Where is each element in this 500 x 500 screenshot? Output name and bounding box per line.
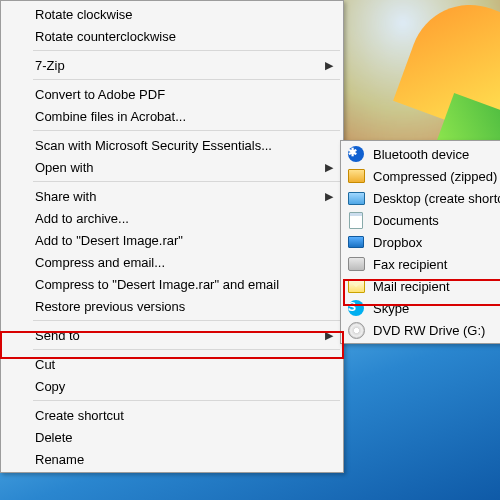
submenu-item-label: Skype <box>373 301 409 316</box>
menu-item-label: Rotate clockwise <box>35 7 133 22</box>
menu-item[interactable]: Cut <box>3 353 341 375</box>
menu-item[interactable]: Add to archive... <box>3 207 341 229</box>
menu-separator <box>33 50 340 51</box>
menu-item[interactable]: Create shortcut <box>3 404 341 426</box>
menu-item-label: Add to archive... <box>35 211 129 226</box>
menu-item[interactable]: Rotate clockwise <box>3 3 341 25</box>
disc-icon <box>347 321 365 339</box>
menu-item-label: Compress and email... <box>35 255 165 270</box>
submenu-arrow-icon: ▶ <box>325 329 333 342</box>
menu-item[interactable]: Compress and email... <box>3 251 341 273</box>
submenu-item[interactable]: ✱Bluetooth device <box>341 143 500 165</box>
submenu-item-label: Compressed (zipped) folder <box>373 169 500 184</box>
menu-item-label: Cut <box>35 357 55 372</box>
submenu-item-label: Documents <box>373 213 439 228</box>
skype-icon: S <box>347 299 365 317</box>
monitor-icon <box>347 189 365 207</box>
bluetooth-icon: ✱ <box>347 145 365 163</box>
menu-item[interactable]: Scan with Microsoft Security Essentials.… <box>3 134 341 156</box>
submenu-item-label: DVD RW Drive (G:) <box>373 323 485 338</box>
menu-item-label: Rotate counterclockwise <box>35 29 176 44</box>
menu-separator <box>33 349 340 350</box>
submenu-item-label: Bluetooth device <box>373 147 469 162</box>
menu-item[interactable]: Delete <box>3 426 341 448</box>
menu-item[interactable]: 7-Zip▶ <box>3 54 341 76</box>
menu-item[interactable]: Share with▶ <box>3 185 341 207</box>
menu-separator <box>33 181 340 182</box>
menu-item-label: Delete <box>35 430 73 445</box>
menu-item-label: Combine files in Acrobat... <box>35 109 186 124</box>
submenu-item[interactable]: Documents <box>341 209 500 231</box>
fax-icon <box>347 255 365 273</box>
mail-icon <box>347 277 365 295</box>
submenu-arrow-icon: ▶ <box>325 59 333 72</box>
menu-item[interactable]: Convert to Adobe PDF <box>3 83 341 105</box>
menu-item[interactable]: Combine files in Acrobat... <box>3 105 341 127</box>
menu-separator <box>33 400 340 401</box>
menu-item[interactable]: Rotate counterclockwise <box>3 25 341 47</box>
submenu-item[interactable]: Compressed (zipped) folder <box>341 165 500 187</box>
submenu-item[interactable]: Mail recipient <box>341 275 500 297</box>
menu-item-label: Share with <box>35 189 96 204</box>
menu-item-label: 7-Zip <box>35 58 65 73</box>
box-icon <box>347 233 365 251</box>
submenu-item-label: Mail recipient <box>373 279 450 294</box>
menu-item[interactable]: Send to▶ <box>3 324 341 346</box>
menu-item-label: Copy <box>35 379 65 394</box>
context-menu[interactable]: Rotate clockwiseRotate counterclockwise7… <box>0 0 344 473</box>
menu-item-label: Compress to "Desert Image.rar" and email <box>35 277 279 292</box>
menu-item[interactable]: Copy <box>3 375 341 397</box>
submenu-item[interactable]: SSkype <box>341 297 500 319</box>
menu-separator <box>33 320 340 321</box>
submenu-item-label: Dropbox <box>373 235 422 250</box>
folder-icon <box>347 167 365 185</box>
send-to-submenu[interactable]: ✱Bluetooth deviceCompressed (zipped) fol… <box>340 140 500 344</box>
submenu-item[interactable]: Fax recipient <box>341 253 500 275</box>
menu-item-label: Add to "Desert Image.rar" <box>35 233 183 248</box>
submenu-arrow-icon: ▶ <box>325 190 333 203</box>
submenu-item[interactable]: Dropbox <box>341 231 500 253</box>
menu-item[interactable]: Open with▶ <box>3 156 341 178</box>
menu-item[interactable]: Restore previous versions <box>3 295 341 317</box>
menu-item-label: Restore previous versions <box>35 299 185 314</box>
menu-item-label: Rename <box>35 452 84 467</box>
menu-item-label: Scan with Microsoft Security Essentials.… <box>35 138 272 153</box>
menu-item-label: Convert to Adobe PDF <box>35 87 165 102</box>
menu-separator <box>33 130 340 131</box>
menu-item-label: Create shortcut <box>35 408 124 423</box>
menu-item[interactable]: Compress to "Desert Image.rar" and email <box>3 273 341 295</box>
submenu-item-label: Fax recipient <box>373 257 447 272</box>
doc-icon <box>347 211 365 229</box>
menu-item-label: Send to <box>35 328 80 343</box>
menu-separator <box>33 79 340 80</box>
submenu-item-label: Desktop (create shortcut) <box>373 191 500 206</box>
menu-item[interactable]: Add to "Desert Image.rar" <box>3 229 341 251</box>
menu-item-label: Open with <box>35 160 94 175</box>
submenu-arrow-icon: ▶ <box>325 161 333 174</box>
submenu-item[interactable]: Desktop (create shortcut) <box>341 187 500 209</box>
submenu-item[interactable]: DVD RW Drive (G:) <box>341 319 500 341</box>
menu-item[interactable]: Rename <box>3 448 341 470</box>
